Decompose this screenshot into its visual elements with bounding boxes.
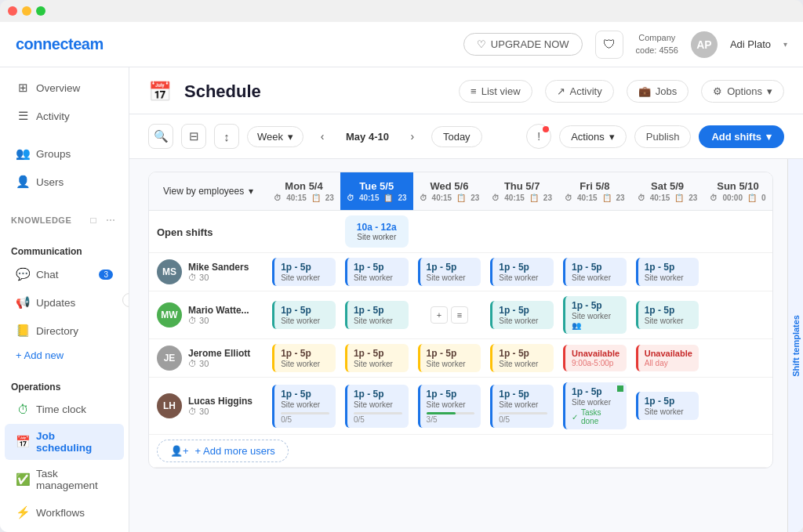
mario-tue-shift[interactable]: 1p - 5p Site worker xyxy=(345,301,409,329)
mario-thu-shift[interactable]: 1p - 5p Site worker xyxy=(490,301,554,329)
publish-button[interactable]: Publish xyxy=(634,125,692,148)
alert-btn[interactable]: ! xyxy=(526,124,551,149)
sidebar-item-workflows[interactable]: ⚡ Workflows xyxy=(5,499,124,526)
mario-wed[interactable]: + ≡ xyxy=(413,291,486,339)
lucas-wed[interactable]: 1p - 5p Site worker 3/5 xyxy=(413,378,486,435)
sidebar-item-activity[interactable]: ☰ Activity xyxy=(5,103,124,129)
close-btn[interactable] xyxy=(8,6,17,16)
mike-mon-shift[interactable]: 1p - 5p Site worker xyxy=(272,258,336,286)
mario-sub: ⏱ 30 xyxy=(188,316,249,325)
lucas-tue[interactable]: 1p - 5p Site worker 0/5 xyxy=(340,378,413,435)
next-week-btn[interactable]: › xyxy=(402,125,423,147)
search-btn[interactable]: 🔍 xyxy=(148,124,173,149)
sidebar-item-task-management[interactable]: ✅ Task management xyxy=(5,461,124,498)
jerome-mon[interactable]: 1p - 5p Site worker xyxy=(267,339,340,378)
sidebar-item-updates[interactable]: 📢 Updates xyxy=(5,289,124,316)
mike-thu-shift[interactable]: 1p - 5p Site worker xyxy=(490,258,554,286)
today-button[interactable]: Today xyxy=(431,126,482,147)
sidebar-item-time-clock[interactable]: ⏱ Time clock xyxy=(5,396,124,422)
lucas-tue-shift[interactable]: 1p - 5p Site worker 0/5 xyxy=(345,385,409,428)
jerome-sat-shift[interactable]: Unavailable All day xyxy=(636,345,699,371)
lucas-mon[interactable]: 1p - 5p Site worker 0/5 xyxy=(267,378,340,435)
mike-thu[interactable]: 1p - 5p Site worker xyxy=(485,253,558,291)
jerome-thu-shift[interactable]: 1p - 5p Site worker xyxy=(490,344,554,372)
mario-sat[interactable]: 1p - 5p Site worker xyxy=(631,291,704,339)
mario-fri-shift[interactable]: 1p - 5p Site worker 👥 xyxy=(563,296,627,334)
mario-mon-shift[interactable]: 1p - 5p Site worker xyxy=(272,301,336,329)
activity-view-btn[interactable]: ↗ Activity xyxy=(545,80,614,103)
jerome-tue-shift[interactable]: 1p - 5p Site worker xyxy=(345,344,409,372)
plus-icon[interactable]: + xyxy=(431,306,448,324)
add-shifts-button[interactable]: Add shifts ▾ xyxy=(699,125,784,148)
open-shift-time: 10a - 12a xyxy=(351,222,402,233)
lucas-mon-shift[interactable]: 1p - 5p Site worker 0/5 xyxy=(272,385,336,428)
tasks-done-label: Tasks done xyxy=(581,408,620,425)
knowledge-dots-btn[interactable]: ⋯ xyxy=(104,213,118,227)
filter-icon: ⊟ xyxy=(189,129,199,143)
open-shift-tue[interactable]: 10a - 12a Site worker xyxy=(340,211,413,253)
upgrade-button[interactable]: ♡ UPGRADE NOW xyxy=(463,33,583,56)
jerome-name: Jerome Elliott xyxy=(188,348,250,359)
mike-tue[interactable]: 1p - 5p Site worker xyxy=(340,253,413,291)
user-chevron-icon[interactable]: ▾ xyxy=(783,40,787,49)
lucas-thu[interactable]: 1p - 5p Site worker 0/5 xyxy=(485,378,558,435)
jerome-wed-shift[interactable]: 1p - 5p Site worker xyxy=(418,344,481,372)
sidebar-item-directory[interactable]: 📒 Directory xyxy=(5,317,124,344)
shift-templates-panel[interactable]: Shift templates xyxy=(787,159,803,532)
mike-fri-shift[interactable]: 1p - 5p Site worker xyxy=(563,258,627,286)
list-view-btn[interactable]: ≡ List view xyxy=(459,80,532,103)
jerome-sat[interactable]: Unavailable All day xyxy=(631,339,704,378)
view-by-cell[interactable]: View by employees ▾ xyxy=(149,172,267,211)
sidebar-item-chat[interactable]: 💬 Chat 3 xyxy=(5,261,124,288)
sidebar-item-job-scheduling[interactable]: 📅 Job scheduling xyxy=(5,424,124,460)
mario-sat-shift[interactable]: 1p - 5p Site worker xyxy=(636,301,699,329)
lucas-wed-shift[interactable]: 1p - 5p Site worker 3/5 xyxy=(418,385,481,428)
mike-wed-shift[interactable]: 1p - 5p Site worker xyxy=(418,258,481,286)
jerome-thu[interactable]: 1p - 5p Site worker xyxy=(485,339,558,378)
jerome-mon-shift[interactable]: 1p - 5p Site worker xyxy=(272,344,336,372)
minimize-btn[interactable] xyxy=(22,6,31,16)
mario-mon[interactable]: 1p - 5p Site worker xyxy=(267,291,340,339)
lucas-fri-shift[interactable]: 1p - 5p Site worker ✓ Tasks done xyxy=(563,382,627,429)
lucas-sat[interactable]: 1p - 5p Site worker xyxy=(631,378,704,435)
mike-fri[interactable]: 1p - 5p Site worker xyxy=(558,253,631,291)
jerome-tue[interactable]: 1p - 5p Site worker xyxy=(340,339,413,378)
mike-tue-shift[interactable]: 1p - 5p Site worker xyxy=(345,258,409,286)
mike-sat[interactable]: 1p - 5p Site worker xyxy=(631,253,704,291)
sidebar-item-overview[interactable]: ⊞ Overview xyxy=(5,74,124,101)
view-by-selector[interactable]: View by employees ▾ xyxy=(155,181,261,201)
jerome-wed[interactable]: 1p - 5p Site worker xyxy=(413,339,486,378)
actions-button[interactable]: Actions ▾ xyxy=(559,125,627,148)
week-selector[interactable]: Week ▾ xyxy=(247,126,303,147)
mario-fri[interactable]: 1p - 5p Site worker 👥 xyxy=(558,291,631,339)
lucas-thu-shift[interactable]: 1p - 5p Site worker 0/5 xyxy=(490,385,554,428)
filter-btn[interactable]: ⊟ xyxy=(181,124,206,149)
jobs-btn[interactable]: 💼 Jobs xyxy=(627,80,689,103)
operations-add-new[interactable]: + Add new xyxy=(5,527,124,532)
sidebar-item-activity-label: Activity xyxy=(36,110,70,122)
shield-icon-btn[interactable]: 🛡 xyxy=(595,31,623,59)
check-icon: ✓ xyxy=(572,413,578,422)
communication-add-new[interactable]: + Add new xyxy=(5,345,124,366)
sidebar-item-groups[interactable]: 👥 Groups xyxy=(5,140,124,167)
users-icon: 👤 xyxy=(16,175,30,189)
mario-thu[interactable]: 1p - 5p Site worker xyxy=(485,291,558,339)
prev-week-btn[interactable]: ‹ xyxy=(311,125,333,147)
lucas-fri[interactable]: 1p - 5p Site worker ✓ Tasks done xyxy=(558,378,631,435)
open-shift-tue-card[interactable]: 10a - 12a Site worker xyxy=(345,215,409,248)
maximize-btn[interactable] xyxy=(36,6,45,16)
sidebar-item-users[interactable]: 👤 Users xyxy=(5,168,124,195)
add-more-users-btn[interactable]: 👤+ + Add more users xyxy=(157,440,289,462)
mike-sat-shift[interactable]: 1p - 5p Site worker xyxy=(636,258,699,286)
lucas-sat-shift[interactable]: 1p - 5p Site worker xyxy=(636,392,699,420)
mario-tue[interactable]: 1p - 5p Site worker xyxy=(340,291,413,339)
mike-wed[interactable]: 1p - 5p Site worker xyxy=(413,253,486,291)
jerome-fri[interactable]: Unavailable 9:00a-5:00p xyxy=(558,339,631,378)
jerome-fri-shift[interactable]: Unavailable 9:00a-5:00p xyxy=(563,345,627,371)
equals-icon[interactable]: ≡ xyxy=(451,306,468,324)
shift-templates-label: Shift templates xyxy=(791,315,801,377)
sort-btn[interactable]: ↕ xyxy=(214,124,239,149)
knowledge-square-btn[interactable]: □ xyxy=(86,213,100,227)
mike-mon[interactable]: 1p - 5p Site worker xyxy=(267,253,340,291)
options-btn[interactable]: ⚙ Options ▾ xyxy=(701,80,784,103)
